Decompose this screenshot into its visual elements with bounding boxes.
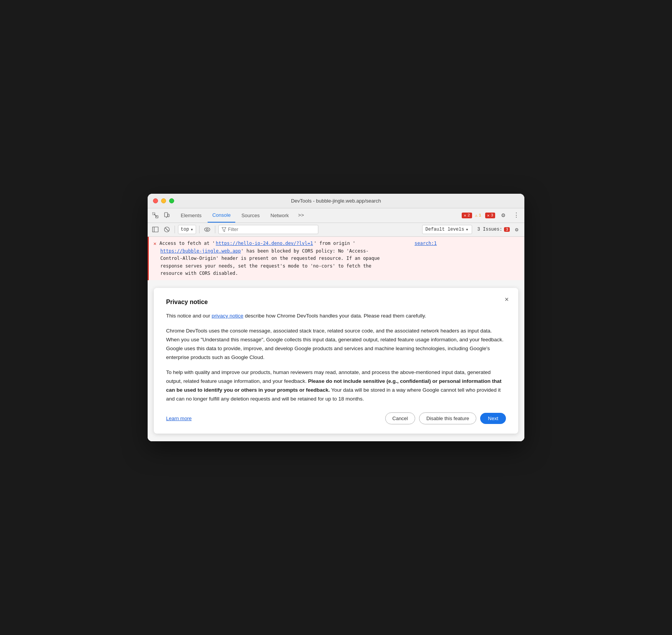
modal-body: This notice and our privacy notice descr… (166, 312, 506, 403)
svg-rect-6 (153, 227, 158, 232)
tabs-bar: Elements Console Sources Network >> ✕ 2 … (148, 208, 524, 223)
context-selector[interactable]: top ▾ (178, 225, 196, 234)
modal-close-button[interactable]: × (501, 294, 512, 305)
toolbar-divider-3 (215, 226, 215, 233)
devtools-window: DevTools - bubble-jingle.web.app/search … (148, 194, 524, 442)
error-url-link[interactable]: https://hello-io-24.deno.dev/?lvl=1 (216, 240, 313, 247)
close-button[interactable] (153, 198, 158, 203)
tab-icons (151, 211, 171, 220)
modal-paragraph-2: Chrome DevTools uses the console message… (166, 327, 506, 362)
next-button[interactable]: Next (480, 413, 506, 424)
log-levels-button[interactable]: Default levels ▾ (422, 225, 472, 234)
modal-p1-text-start: This notice and our (166, 313, 212, 319)
disable-feature-button[interactable]: Disable this feature (419, 412, 476, 424)
error-text-mid: ' from origin ' (314, 240, 414, 247)
modal-title: Privacy notice (166, 299, 506, 306)
levels-dropdown-icon: ▾ (466, 227, 468, 233)
issues-icon: ✕ (487, 213, 490, 218)
modal-paragraph-3: To help with quality and improve our pro… (166, 368, 506, 404)
error-badge[interactable]: ✕ 2 (462, 213, 472, 218)
tabs-right: ✕ 2 ⚠ 1 ✕ 3 ⚙ ⋮ (462, 210, 521, 220)
error-count: 2 (467, 213, 470, 218)
learn-more-link[interactable]: Learn more (166, 416, 191, 421)
custom-formatters-icon[interactable] (203, 225, 212, 234)
modal-paragraph-1: This notice and our privacy notice descr… (166, 312, 506, 321)
more-options-icon[interactable]: ⋮ (511, 210, 521, 220)
filter-icon (222, 227, 226, 232)
title-bar: DevTools - bubble-jingle.web.app/search (148, 194, 524, 208)
console-toolbar: top ▾ Default levels ▾ 3 Issues: 3 ⚙ (148, 223, 524, 237)
svg-rect-5 (168, 214, 169, 217)
error-icon: ✕ (464, 213, 466, 218)
tab-sources[interactable]: Sources (237, 208, 264, 223)
inspect-icon[interactable] (151, 211, 160, 220)
more-tabs-button[interactable]: >> (295, 213, 307, 218)
clear-console-icon[interactable] (162, 225, 171, 234)
svg-line-9 (165, 228, 168, 231)
svg-point-11 (206, 229, 208, 231)
context-dropdown-icon: ▾ (191, 227, 193, 233)
issues-count: 3 (491, 213, 493, 218)
modal-footer: Learn more Cancel Disable this feature N… (166, 412, 506, 424)
tab-console[interactable]: Console (208, 208, 235, 223)
svg-rect-3 (165, 213, 168, 217)
error-first-line: ✕ Access to fetch at 'https://hello-io-2… (153, 240, 520, 248)
issues-count-badge[interactable]: 3 Issues: 3 (477, 227, 510, 232)
settings-icon[interactable]: ⚙ (498, 210, 508, 220)
sidebar-toggle-icon[interactable] (151, 225, 160, 234)
issues-badge-tab[interactable]: ✕ 3 (485, 213, 495, 218)
modal-p1-text-end: describe how Chrome DevTools handles you… (243, 313, 426, 319)
levels-label: Default levels (426, 227, 464, 232)
issues-err-icon: 3 (504, 227, 510, 232)
issues-label-text: 3 Issues: (477, 227, 502, 232)
svg-line-2 (154, 214, 157, 217)
error-status-icon: ✕ (153, 240, 156, 248)
toolbar-divider-1 (175, 226, 175, 233)
console-area: ✕ Access to fetch at 'https://hello-io-2… (148, 237, 524, 442)
console-settings-icon[interactable]: ⚙ (512, 225, 521, 234)
privacy-modal: × Privacy notice This notice and our pri… (154, 288, 518, 434)
filter-input[interactable] (228, 227, 315, 232)
tab-elements[interactable]: Elements (176, 208, 206, 223)
privacy-notice-link[interactable]: privacy notice (212, 313, 244, 319)
svg-marker-12 (222, 227, 226, 231)
maximize-button[interactable] (169, 198, 174, 203)
warning-count: 1 (479, 213, 481, 218)
toolbar-divider-2 (199, 226, 200, 233)
warning-icon: ⚠ (475, 213, 478, 218)
cancel-button[interactable]: Cancel (385, 412, 415, 424)
window-title: DevTools - bubble-jingle.web.app/search (291, 198, 381, 204)
devtools-body: Elements Console Sources Network >> ✕ 2 … (148, 208, 524, 442)
device-toolbar-icon[interactable] (162, 211, 171, 220)
filter-box[interactable] (218, 225, 318, 234)
error-entry: ✕ Access to fetch at 'https://hello-io-2… (148, 237, 524, 281)
warning-badge[interactable]: ⚠ 1 (475, 213, 481, 218)
svg-rect-4 (166, 217, 167, 218)
context-value: top (181, 227, 189, 232)
tab-network[interactable]: Network (266, 208, 294, 223)
error-source-ref[interactable]: search:1 (414, 240, 437, 247)
privacy-modal-backdrop: × Privacy notice This notice and our pri… (148, 280, 524, 441)
error-origin-link[interactable]: https://bubble-jingle.web.app (160, 248, 241, 254)
error-origin-line: https://bubble-jingle.web.app' has been … (153, 248, 520, 277)
minimize-button[interactable] (161, 198, 166, 203)
error-text-start: Access to fetch at ' (160, 240, 215, 247)
traffic-lights (153, 198, 174, 203)
svg-point-10 (205, 228, 210, 231)
